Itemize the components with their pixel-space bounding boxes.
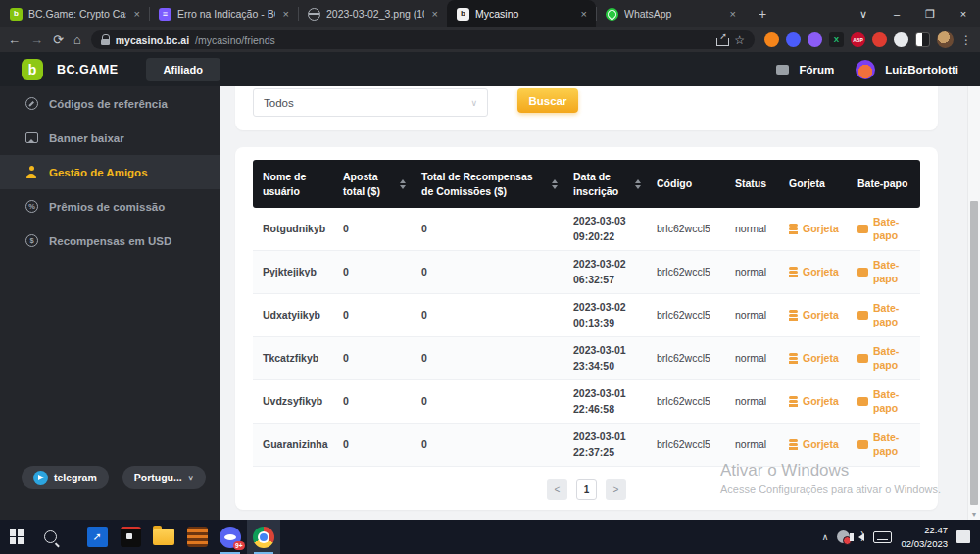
scrollbar-thumb[interactable]: [970, 201, 978, 505]
action-center-icon[interactable]: [956, 530, 970, 543]
tab-close-icon[interactable]: ×: [281, 8, 291, 20]
tip-link[interactable]: Gorjeta: [779, 261, 848, 284]
reload-icon[interactable]: ⟳: [53, 33, 64, 46]
sidebar-item-commission-rewards[interactable]: % Prêmios de comissão: [0, 189, 220, 224]
tip-link[interactable]: Gorjeta: [779, 390, 848, 414]
share-icon[interactable]: [716, 34, 728, 46]
pagination-next-button[interactable]: >: [606, 479, 626, 500]
chat-link[interactable]: Bate-papo: [848, 254, 920, 290]
chat-link[interactable]: Bate-papo: [848, 211, 920, 247]
browser-tab-png[interactable]: 2023-03-02_3.png (1024×76 ×: [298, 0, 447, 27]
bookmark-star-icon[interactable]: ☆: [734, 33, 745, 47]
person-icon: [25, 166, 38, 178]
sidebar-item-usd-rewards[interactable]: $ Recompensas em USD: [0, 224, 220, 258]
tray-network-icon[interactable]: [837, 530, 850, 543]
metamask-extension-icon[interactable]: [764, 32, 779, 47]
new-tab-button[interactable]: +: [751, 0, 774, 27]
browser-profile-avatar[interactable]: [937, 31, 954, 48]
address-bar[interactable]: mycasino.bc.ai /mycasino/friends ☆: [91, 30, 755, 49]
chat-link[interactable]: Bate-papo: [848, 383, 920, 420]
header-right: Fórum LuizBortolotti: [776, 60, 958, 79]
tray-chevron-up-icon[interactable]: ∧: [822, 532, 829, 542]
tab-close-icon[interactable]: ×: [132, 8, 142, 20]
tip-link[interactable]: Gorjeta: [779, 218, 848, 241]
sort-icon[interactable]: [552, 179, 558, 189]
taskbar-search-button[interactable]: [33, 520, 67, 554]
cell-status: normal: [725, 432, 779, 457]
taskbar-app-game[interactable]: [114, 520, 147, 554]
browser-tab-bcgame[interactable]: b BC.Game: Crypto Casino Gam ×: [0, 0, 149, 27]
chat-link[interactable]: Bate-papo: [848, 427, 920, 463]
sort-icon[interactable]: [635, 179, 641, 189]
browser-tab-erro-indicacao[interactable]: ≡ Erro na Indicação - BC.Game ×: [149, 0, 298, 27]
tip-link[interactable]: Gorjeta: [779, 433, 848, 457]
col-bet-total[interactable]: Aposta total ($): [333, 163, 412, 204]
url-path: /mycasino/friends: [195, 34, 275, 46]
chat-link[interactable]: Bate-papo: [848, 340, 920, 377]
tab-close-icon[interactable]: ×: [579, 8, 589, 20]
window-close-button[interactable]: ×: [947, 8, 980, 20]
chat-link[interactable]: Bate-papo: [848, 297, 920, 333]
tip-link[interactable]: Gorjeta: [779, 304, 848, 327]
col-tip: Gorjeta: [779, 170, 848, 197]
affiliate-tab-button[interactable]: Afiliado: [146, 58, 220, 81]
window-maximize-button[interactable]: ❐: [913, 8, 947, 21]
tray-volume-icon[interactable]: [858, 533, 864, 541]
purple-wallet-extension-icon[interactable]: [808, 32, 822, 47]
cell-status: normal: [725, 260, 779, 284]
taskbar-file-explorer[interactable]: [147, 520, 180, 554]
language-selector[interactable]: Portugu... ∨: [122, 466, 206, 489]
telegram-button[interactable]: telegram: [22, 466, 109, 489]
cell-signup-date: 2023-03-0200:13:39: [564, 295, 647, 334]
cell-bet-total: 0: [333, 432, 412, 457]
tray-clock[interactable]: 22:47 02/03/2023: [901, 524, 948, 551]
coins-icon: [789, 310, 798, 321]
friends-table-card: Nome de usuário Aposta total ($) Total d…: [235, 147, 938, 510]
cell-status: normal: [725, 217, 779, 241]
excel-extension-icon[interactable]: X: [829, 32, 844, 47]
back-icon[interactable]: ←: [8, 33, 21, 46]
forward-icon[interactable]: →: [30, 33, 43, 46]
bcgame-logo[interactable]: b: [22, 59, 43, 80]
user-avatar[interactable]: [856, 60, 875, 79]
sidebar-item-banner-download[interactable]: Banner baixar: [0, 121, 220, 155]
table-row: Pyjktejikyb 0 0 2023-03-0206:32:57 brlc6…: [253, 251, 920, 294]
sort-icon[interactable]: [400, 179, 406, 189]
browser-menu-icon[interactable]: ⋮: [960, 33, 972, 47]
tray-keyboard-icon[interactable]: [873, 531, 892, 543]
adblock-plus-extension-icon[interactable]: ABP: [851, 32, 865, 47]
sidebar-item-referral-codes[interactable]: Códigos de referência: [0, 86, 220, 121]
tab-close-icon[interactable]: ×: [728, 8, 738, 20]
page-scrollbar[interactable]: ▼: [967, 86, 980, 520]
taskbar-app-remote[interactable]: ➚: [80, 520, 114, 554]
col-signup-date[interactable]: Data de inscrição: [564, 163, 647, 204]
puzzle-extensions-icon[interactable]: [894, 32, 908, 47]
col-commission-total[interactable]: Total de Recompensas de Comissões ($): [412, 163, 564, 204]
scrollbar-down-arrow-icon[interactable]: ▼: [968, 511, 980, 518]
taskbar-chrome-active[interactable]: [247, 520, 280, 554]
contrast-extension-icon[interactable]: [915, 32, 930, 47]
start-button[interactable]: [0, 520, 33, 554]
search-button[interactable]: Buscar: [517, 88, 578, 113]
taskbar-app-wallet[interactable]: [180, 520, 214, 554]
window-minimize-button[interactable]: –: [880, 8, 913, 20]
tip-link[interactable]: Gorjeta: [779, 347, 848, 371]
tab-search-chevron-icon[interactable]: ∨: [847, 8, 880, 21]
user-name[interactable]: LuizBortolotti: [885, 64, 958, 76]
stop-hand-extension-icon[interactable]: [872, 32, 887, 47]
blue-wallet-extension-icon[interactable]: [786, 32, 801, 47]
coins-icon: [789, 267, 798, 277]
browser-tab-mycasino-active[interactable]: b Mycasino ×: [447, 0, 596, 27]
sidebar-item-friends-management[interactable]: Gestão de Amigos: [0, 155, 220, 189]
tab-close-icon[interactable]: ×: [430, 8, 440, 20]
language-label: Portugu...: [134, 472, 182, 483]
pagination-current-page[interactable]: 1: [576, 479, 597, 500]
filter-dropdown[interactable]: Todos ∨: [253, 88, 488, 117]
forum-link[interactable]: Fórum: [799, 64, 834, 76]
taskbar-discord[interactable]: 9+: [214, 520, 247, 554]
browser-tab-whatsapp[interactable]: WhatsApp ×: [596, 0, 745, 27]
link-icon: [25, 97, 38, 110]
pagination-prev-button[interactable]: <: [547, 479, 567, 500]
cell-bet-total: 0: [333, 303, 412, 327]
home-icon[interactable]: ⌂: [74, 33, 81, 46]
